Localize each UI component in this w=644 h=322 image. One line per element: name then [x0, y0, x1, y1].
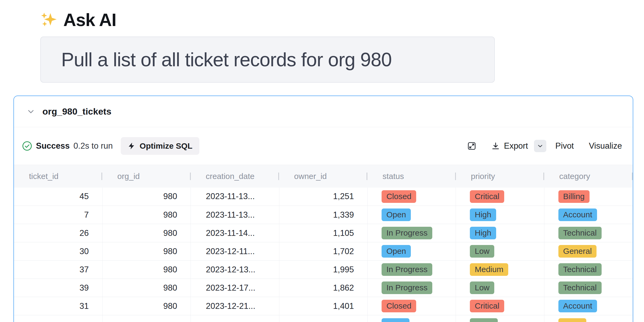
cell-ticket_id[interactable]: 37: [14, 261, 102, 279]
cell-category[interactable]: Technical: [544, 279, 632, 297]
column-header-creation-date[interactable]: creation_date: [191, 165, 279, 188]
cell-category[interactable]: General: [544, 242, 632, 261]
status-badge: In Progress: [382, 263, 432, 276]
cell-category[interactable]: Account: [544, 297, 632, 315]
status-badge: Open: [382, 245, 411, 258]
priority-badge: [470, 318, 498, 322]
table-row[interactable]: 319802023-12-21...1,401ClosedCriticalAcc…: [14, 297, 633, 315]
chevron-down-icon[interactable]: [26, 107, 35, 116]
cell-category[interactable]: [544, 315, 632, 322]
cell-ticket_id[interactable]: 45: [14, 188, 102, 206]
cell-ticket_id[interactable]: [14, 315, 102, 322]
column-header-category[interactable]: category: [544, 165, 632, 188]
status-badge: Closed: [382, 300, 416, 312]
cell-ticket_id[interactable]: 26: [14, 224, 102, 242]
export-button[interactable]: Export: [491, 141, 528, 151]
cell-owner_id[interactable]: 1,862: [279, 279, 367, 297]
cell-org_id[interactable]: 980: [102, 224, 191, 242]
export-label: Export: [504, 141, 528, 151]
cell-status[interactable]: Open: [367, 206, 456, 224]
priority-badge: High: [470, 227, 496, 239]
cell-owner_id[interactable]: 1,401: [279, 297, 367, 315]
status-badge: In Progress: [382, 281, 432, 294]
cell-org_id[interactable]: 980: [102, 279, 191, 297]
column-header-ticket-id[interactable]: ticket_id: [14, 165, 102, 188]
cell-category[interactable]: Technical: [544, 224, 632, 242]
cell-creation_date[interactable]: 2023-11-14...: [191, 224, 279, 242]
cell-priority[interactable]: Low: [456, 279, 544, 297]
cell-ticket_id[interactable]: 31: [14, 297, 102, 315]
cell-status[interactable]: Open: [367, 242, 456, 261]
results-table: ticket_id org_id creation_date owner_id …: [14, 165, 633, 322]
cell-priority[interactable]: Low: [456, 242, 544, 261]
cell-org_id[interactable]: 980: [102, 188, 191, 206]
cell-status[interactable]: Closed: [367, 188, 456, 206]
column-header-priority[interactable]: priority: [456, 165, 544, 188]
table-row[interactable]: 379802023-12-13...1,995In ProgressMedium…: [14, 261, 633, 279]
cell-priority[interactable]: High: [456, 224, 544, 242]
cell-category[interactable]: Account: [544, 206, 632, 224]
cell-owner_id[interactable]: 1,105: [279, 224, 367, 242]
cell-category[interactable]: Technical: [544, 261, 632, 279]
cell-status[interactable]: In Progress: [367, 261, 456, 279]
export-dropdown-button[interactable]: [534, 140, 546, 152]
table-row[interactable]: 459802023-11-13...1,251ClosedCriticalBil…: [14, 188, 633, 206]
table-row[interactable]: [14, 315, 633, 322]
cell-creation_date[interactable]: 2023-12-13...: [191, 261, 279, 279]
cell-org_id[interactable]: [102, 315, 191, 322]
cell-org_id[interactable]: 980: [102, 261, 191, 279]
cell-owner_id[interactable]: [279, 315, 367, 322]
table-row[interactable]: 399802023-12-17...1,862In ProgressLowTec…: [14, 279, 633, 297]
cell-status[interactable]: In Progress: [367, 224, 456, 242]
cell-ticket_id[interactable]: 39: [14, 279, 102, 297]
cell-creation_date[interactable]: 2023-12-21...: [191, 297, 279, 315]
cell-owner_id[interactable]: 1,251: [279, 188, 367, 206]
table-row[interactable]: 79802023-11-13...1,339OpenHighAccount: [14, 206, 633, 224]
result-title: org_980_tickets: [42, 106, 111, 117]
visualize-label: Visualize: [589, 141, 622, 151]
page-title-text: Ask AI: [63, 10, 116, 30]
cell-owner_id[interactable]: 1,702: [279, 242, 367, 261]
cell-priority[interactable]: [456, 315, 544, 322]
cell-priority[interactable]: Critical: [456, 297, 544, 315]
column-header-status[interactable]: status: [367, 165, 456, 188]
page-title: Ask AI: [40, 8, 116, 32]
column-header-org-id[interactable]: org_id: [102, 165, 191, 188]
table-row[interactable]: 309802023-12-11...1,702OpenLowGeneral: [14, 242, 633, 261]
pivot-button[interactable]: Pivot: [555, 141, 574, 151]
result-card-header[interactable]: org_980_tickets: [14, 96, 633, 127]
category-badge: Technical: [558, 263, 602, 276]
cell-creation_date[interactable]: 2023-12-17...: [191, 279, 279, 297]
cell-creation_date[interactable]: 2023-12-11...: [191, 242, 279, 261]
status-badge: Open: [382, 208, 411, 221]
cell-status[interactable]: [367, 315, 456, 322]
cell-creation_date[interactable]: 2023-11-13...: [191, 188, 279, 206]
cell-org_id[interactable]: 980: [102, 206, 191, 224]
optimize-sql-button[interactable]: Optimize SQL: [121, 137, 199, 155]
expand-button[interactable]: [467, 141, 477, 151]
priority-badge: High: [470, 208, 496, 221]
optimize-sql-label: Optimize SQL: [140, 141, 192, 151]
cell-status[interactable]: In Progress: [367, 279, 456, 297]
column-header-owner-id[interactable]: owner_id: [279, 165, 367, 188]
cell-priority[interactable]: Critical: [456, 188, 544, 206]
visualize-button[interactable]: Visualize: [589, 141, 622, 151]
table-row[interactable]: 269802023-11-14...1,105In ProgressHighTe…: [14, 224, 633, 242]
export-chevron-icon: [537, 142, 544, 149]
cell-priority[interactable]: Medium: [456, 261, 544, 279]
priority-badge: Critical: [470, 190, 504, 203]
cell-owner_id[interactable]: 1,995: [279, 261, 367, 279]
cell-creation_date[interactable]: 2023-11-13...: [191, 206, 279, 224]
cell-ticket_id[interactable]: 30: [14, 242, 102, 261]
cell-org_id[interactable]: 980: [102, 297, 191, 315]
cell-category[interactable]: Billing: [544, 188, 632, 206]
cell-org_id[interactable]: 980: [102, 242, 191, 261]
cell-ticket_id[interactable]: 7: [14, 206, 102, 224]
cell-priority[interactable]: High: [456, 206, 544, 224]
category-badge: Account: [558, 300, 597, 312]
status-label: Success: [36, 141, 70, 151]
cell-creation_date[interactable]: [191, 315, 279, 322]
cell-status[interactable]: Closed: [367, 297, 456, 315]
ask-ai-prompt-box[interactable]: Pull a list of all ticket records for or…: [40, 36, 495, 83]
cell-owner_id[interactable]: 1,339: [279, 206, 367, 224]
